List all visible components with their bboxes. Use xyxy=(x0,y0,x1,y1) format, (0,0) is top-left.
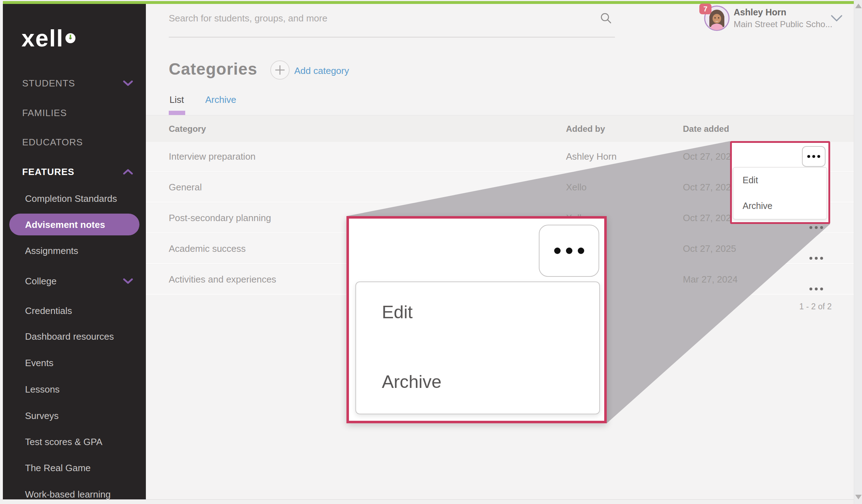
tab-list[interactable]: List xyxy=(169,94,184,105)
chevron-down-icon xyxy=(123,276,133,287)
sidebar-item-dashboard-resources[interactable]: Dashboard resources xyxy=(3,330,146,343)
top-accent-bar xyxy=(3,1,854,4)
scroll-down-icon[interactable] xyxy=(855,495,862,499)
context-menu-magnified: Edit Archive xyxy=(355,281,600,414)
context-menu: Edit Archive xyxy=(733,167,827,219)
sidebar-item-credentials[interactable]: Credentials xyxy=(3,304,146,318)
page-title: Categories xyxy=(169,59,257,79)
logo-text: xell xyxy=(21,25,64,52)
menu-item-edit[interactable]: Edit xyxy=(743,175,758,185)
cell-date-added: Oct 27, 2025 xyxy=(683,213,736,224)
sidebar-item-educators[interactable]: EDUCATORS xyxy=(3,135,146,149)
pagination-status: 1 - 2 of 2 xyxy=(787,302,844,311)
sidebar-item-test-scores-gpa[interactable]: Test scores & GPA xyxy=(3,435,146,449)
sidebar-item-advisement-notes[interactable]: Advisement notes xyxy=(3,218,146,231)
cell-category: Academic success xyxy=(169,243,246,254)
user-organization: Main Street Public Scho... xyxy=(734,19,832,29)
menu-item-archive[interactable]: Archive xyxy=(382,371,442,392)
search-icon[interactable] xyxy=(600,12,612,26)
sidebar-item-families[interactable]: FAMILIES xyxy=(3,106,146,120)
row-actions-ellipsis-button-magnified[interactable] xyxy=(539,225,599,277)
sidebar-item-events[interactable]: Events xyxy=(3,356,146,370)
sidebar-item-the-real-game[interactable]: The Real Game xyxy=(3,461,146,475)
cell-date-added: Oct 27, 2025 xyxy=(683,243,736,254)
row-actions-ellipsis-icon[interactable] xyxy=(806,243,827,273)
sidebar-item-college[interactable]: College xyxy=(3,274,146,288)
tab-archive[interactable]: Archive xyxy=(205,94,236,105)
add-category-icon[interactable] xyxy=(270,60,290,80)
sidebar: xell STUDENTS FAMILIES EDUCATORS FEATURE… xyxy=(3,4,146,499)
cell-date-added: Oct 27, 2025 xyxy=(683,151,736,162)
sidebar-item-students[interactable]: STUDENTS xyxy=(3,76,146,90)
table-header: Category Added by Date added xyxy=(146,115,854,142)
cell-date-added: Mar 27, 2024 xyxy=(683,274,738,285)
chevron-up-icon xyxy=(123,166,133,178)
chevron-down-icon xyxy=(123,78,133,89)
cell-category: Activities and experiences xyxy=(169,274,276,285)
logo-o-mark xyxy=(65,33,75,43)
row-actions-ellipsis-icon[interactable] xyxy=(806,274,827,304)
cell-added-by: Xello xyxy=(566,182,587,193)
page-scrollbar[interactable] xyxy=(854,0,862,504)
add-category-button[interactable]: Add category xyxy=(294,65,349,76)
sidebar-item-lessons[interactable]: Lessons xyxy=(3,383,146,396)
sidebar-item-work-based-learning[interactable]: Work-based learning xyxy=(3,488,146,501)
user-name: Ashley Horn xyxy=(734,7,786,18)
sidebar-item-surveys[interactable]: Surveys xyxy=(3,409,146,423)
user-menu-chevron-down-icon[interactable] xyxy=(830,14,843,24)
column-category: Category xyxy=(169,124,206,134)
search-input[interactable] xyxy=(169,8,612,29)
sidebar-item-completion-standards[interactable]: Completion Standards xyxy=(3,192,146,205)
cell-category: General xyxy=(169,182,202,193)
menu-item-archive[interactable]: Archive xyxy=(743,201,772,211)
row-actions-ellipsis-button[interactable] xyxy=(802,146,826,167)
cell-date-added: Oct 27, 2025 xyxy=(683,182,736,193)
row-context-menu-highlight: Edit Archive xyxy=(730,141,830,224)
sidebar-item-features[interactable]: FEATURES xyxy=(3,165,146,179)
menu-item-edit[interactable]: Edit xyxy=(382,302,413,323)
zoom-callout-box: Edit Archive xyxy=(346,216,607,423)
notification-badge: 7 xyxy=(699,4,711,14)
cell-category: Interview preparation xyxy=(169,151,256,162)
cell-added-by: Ashley Horn xyxy=(566,151,617,162)
sidebar-item-assignments[interactable]: Assignments xyxy=(3,244,146,258)
xello-logo[interactable]: xell xyxy=(21,25,75,52)
column-date-added: Date added xyxy=(683,124,729,134)
column-added-by: Added by xyxy=(566,124,605,134)
search-underline xyxy=(169,37,615,38)
cell-category: Post-secondary planning xyxy=(169,213,271,224)
scroll-up-icon[interactable] xyxy=(855,4,862,8)
